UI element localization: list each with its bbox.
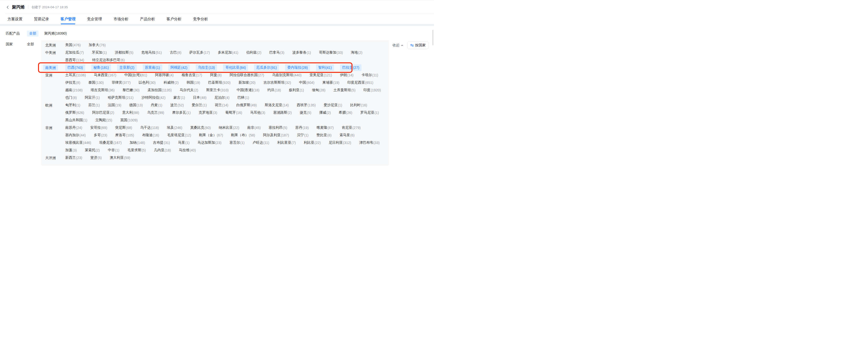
country-item[interactable]: 坦桑尼亚(167) [99,140,122,145]
country-item[interactable]: 斯洛文尼亚(14) [265,103,289,107]
country-item[interactable]: 立陶宛(15) [95,118,112,122]
continent-label[interactable]: 大洋洲 [45,156,56,160]
country-item[interactable]: 多米尼加(41) [218,50,238,55]
country-item[interactable]: 塞舌尔(1) [229,140,245,145]
country-item[interactable]: 中非(1) [108,148,119,152]
country-item[interactable]: 约旦(18) [268,88,281,92]
country-item[interactable]: 利比里亚(7) [277,140,296,145]
country-item[interactable]: 刚果（布）(58) [231,133,255,137]
continent-label[interactable]: 北美洲 [45,43,56,47]
tab[interactable]: 贸易记录 [34,14,49,24]
country-item[interactable]: 伊朗(14) [340,73,353,77]
country-item[interactable]: 阿塞拜疆(4) [155,73,174,77]
country-item[interactable]: 吉布提(31) [153,140,170,145]
country-item[interactable]: 赞比亚(8) [316,133,332,137]
country-item[interactable]: 缅甸(28) [312,88,326,92]
country-item[interactable]: 土耳其(1106) [65,73,86,77]
country-item[interactable]: 毛里塔尼亚(12) [167,133,191,137]
country-item[interactable]: 斐济(5) [90,156,102,160]
country-item[interactable]: 叙利亚(1) [289,88,304,92]
country-item[interactable]: 卢旺达(11) [252,140,269,145]
country-item[interactable]: 克罗地亚(3) [199,110,217,115]
country-item[interactable]: 西班牙(135) [297,103,316,107]
country-item[interactable]: 安哥拉(69) [90,125,107,130]
country-item[interactable]: 新加坡(20) [239,80,255,85]
country-item[interactable]: 莱索托(2) [85,148,100,152]
country-item[interactable]: 巴西(743) [65,64,85,71]
country-item[interactable]: 挪威(2) [319,110,331,115]
country-item[interactable]: 菲律宾(377) [112,80,131,85]
country-item[interactable]: 哥斯达黎加(33) [319,50,343,55]
tab[interactable]: 客户分析 [166,14,182,24]
country-item[interactable]: 爱尔兰(1) [192,103,207,107]
country-item[interactable]: 比利时(16) [350,103,367,107]
country-item[interactable]: 圭亚那(2) [117,64,136,71]
country-item[interactable]: 白俄罗斯(49) [236,103,257,107]
country-item[interactable]: 泰国(130) [88,80,104,85]
country-item[interactable]: 马尔代夫(2) [180,88,198,92]
country-item[interactable]: 芬兰(1) [88,103,100,107]
tab[interactable]: 产品分析 [140,14,155,24]
country-item[interactable]: 尼加拉瓜(7) [65,50,84,55]
country-item[interactable]: 法国(19) [108,103,121,107]
country-item[interactable]: 巴拉圭(27) [340,64,362,71]
country-item[interactable]: 津巴布韦(33) [359,140,380,145]
country-item[interactable]: 德国(13) [129,103,143,107]
country-item[interactable]: 马达加斯加(23) [197,140,221,145]
country-item[interactable]: 突尼斯(68) [115,125,132,130]
by-country-button[interactable]: ⇆ 按国家 [407,41,429,49]
country-item[interactable]: 新西兰(23) [65,156,82,160]
country-item[interactable]: 智利(41) [316,64,334,71]
collapse-button[interactable]: 收起 [393,43,403,48]
country-item[interactable]: 意大利(88) [122,110,139,115]
country-item[interactable]: 南苏丹(24) [65,125,82,130]
country-item[interactable]: 古巴(8) [170,50,181,55]
country-item[interactable]: 肯尼亚(279) [342,125,361,130]
country-item[interactable]: 厄瓜多尔(91) [254,64,279,71]
country-item[interactable]: 索马里(6) [340,133,354,137]
country-item[interactable]: 马来西亚(167) [94,73,116,77]
country-item[interactable]: 越南(2108) [65,88,83,92]
country-item[interactable]: 黎巴嫩(30) [123,88,140,92]
country-item[interactable]: 毛里求斯(5) [127,148,146,152]
country-item[interactable]: 伊拉克(8) [65,80,80,85]
country-item[interactable]: 南非(45) [247,125,261,130]
tab[interactable]: 竞争分析 [193,14,208,24]
country-item[interactable]: 马里(1) [178,140,189,145]
country-item[interactable]: 苏丹(19) [295,125,309,130]
country-item[interactable]: 荷兰(14) [215,103,228,107]
country-item[interactable]: 塞内加尔(44) [65,133,86,137]
country-item[interactable]: 土库曼斯坦(5) [334,88,355,92]
country-item[interactable]: 卡塔尔(11) [362,73,378,77]
country-item[interactable]: 波兰(52) [170,103,184,107]
country-item[interactable]: 马拉维(40) [179,148,196,152]
country-item[interactable]: 印度(1920) [364,88,381,92]
country-item[interactable]: 海地(2) [351,50,363,55]
country-item[interactable]: 阿尔及利亚(187) [263,133,289,137]
country-item[interactable]: 乌干达(118) [140,125,159,130]
continent-label[interactable]: 南美洲 [43,64,58,71]
country-item[interactable]: 爱沙尼亚(1) [324,103,342,107]
country-item[interactable]: 几内亚(18) [154,148,171,152]
country-item[interactable]: 埃塞俄比亚(446) [65,140,91,145]
country-item[interactable]: 印度尼西亚(651) [347,80,373,85]
country-item[interactable]: 巴基斯坦(920) [208,80,230,85]
country-all-option[interactable]: 全部 [27,40,41,48]
product-all-chip[interactable]: 全部 [27,31,38,36]
country-item[interactable]: 巴拿马(3) [269,50,284,55]
country-item[interactable]: 尼泊尔(4) [215,95,229,100]
back-button[interactable] [6,5,9,9]
tab[interactable]: 方案设置 [7,14,23,24]
country-item[interactable]: 日本(48) [193,95,207,100]
tab[interactable]: 市场分析 [114,14,128,24]
country-item[interactable]: 吉尔吉斯斯坦(32) [264,80,291,85]
country-item[interactable]: 塔吉克斯坦(36) [91,88,115,92]
country-item[interactable]: 危地马拉(51) [141,50,162,55]
country-item[interactable]: 希腊(26) [339,110,352,115]
country-item[interactable]: 喀麦隆(87) [317,125,334,130]
country-item[interactable]: 阿曼(8) [210,73,221,77]
country-item[interactable]: 刚果（金）(67) [199,133,223,137]
tab[interactable]: 客户管理 [61,14,75,24]
country-item[interactable]: 哥伦比亚(84) [223,64,248,71]
country-item[interactable]: 中国(香港)(18) [237,88,259,92]
